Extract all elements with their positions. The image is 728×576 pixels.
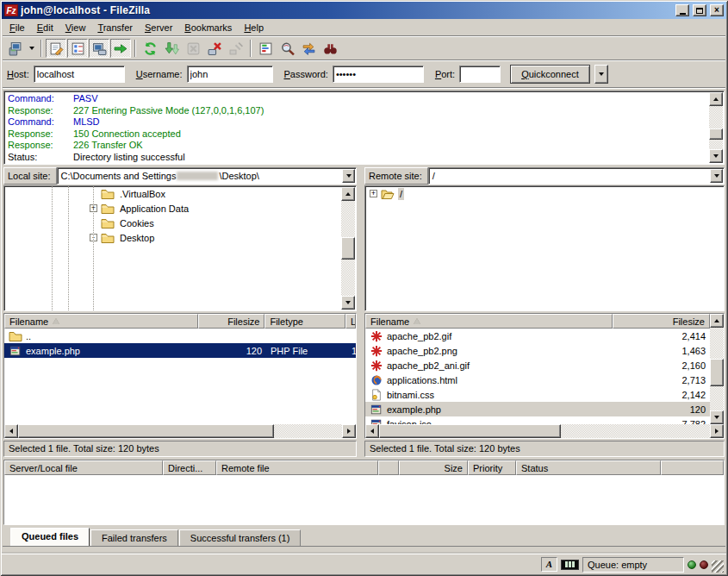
toggle-message-log-icon[interactable] bbox=[46, 39, 66, 58]
refresh-icon[interactable] bbox=[140, 39, 160, 58]
speed-limits-icon[interactable] bbox=[561, 560, 579, 570]
column-status[interactable]: Status bbox=[516, 460, 661, 475]
file-row[interactable]: favicon.ico 7,782 bbox=[365, 416, 710, 424]
scroll-up-icon[interactable] bbox=[709, 92, 723, 106]
scroll-thumb[interactable] bbox=[710, 359, 724, 387]
tree-item-cookies[interactable]: Cookies bbox=[4, 216, 356, 230]
scroll-down-icon[interactable] bbox=[710, 410, 724, 424]
column-filesize[interactable]: Filesize bbox=[198, 314, 265, 329]
password-label: Password: bbox=[284, 69, 328, 79]
scroll-thumb[interactable] bbox=[18, 424, 274, 438]
host-input[interactable] bbox=[34, 66, 125, 83]
column-priority[interactable]: Priority bbox=[468, 460, 516, 475]
reconnect-icon[interactable] bbox=[226, 39, 246, 58]
site-manager-dropdown-icon[interactable] bbox=[26, 39, 37, 58]
message-log[interactable]: Command:PASV Response:227 Entering Passi… bbox=[3, 91, 725, 165]
username-input[interactable] bbox=[187, 66, 273, 83]
file-row[interactable]: apache_pb2.png 1,463 bbox=[365, 343, 710, 358]
file-row-parent-directory[interactable]: .. bbox=[4, 329, 356, 343]
remote-list-body[interactable]: apache_pb2.gif 2,414 apache_pb2.png 1,46… bbox=[365, 329, 710, 424]
menu-bookmarks[interactable]: Bookmarks bbox=[178, 21, 238, 34]
resize-grip[interactable] bbox=[712, 560, 724, 573]
find-files-icon[interactable] bbox=[320, 39, 340, 58]
scroll-up-icon[interactable] bbox=[341, 187, 355, 201]
combo-dropdown-icon[interactable] bbox=[710, 169, 723, 183]
column-size[interactable]: Size bbox=[399, 460, 468, 475]
file-row-example-php[interactable]: example.php 120 PHP File 1 bbox=[4, 343, 356, 358]
local-tree-scrollbar[interactable] bbox=[341, 187, 355, 310]
file-row-selected[interactable]: example.php 120 bbox=[365, 402, 710, 416]
column-server-local-file[interactable]: Server/Local file bbox=[4, 460, 163, 475]
maximize-button[interactable] bbox=[693, 4, 706, 16]
tree-item-virtualbox[interactable]: .VirtualBox bbox=[4, 186, 356, 201]
queue-body[interactable] bbox=[4, 475, 724, 524]
scroll-left-icon[interactable] bbox=[4, 424, 18, 438]
scroll-up-icon[interactable] bbox=[710, 314, 724, 328]
scroll-right-icon[interactable] bbox=[342, 424, 356, 438]
password-input[interactable] bbox=[333, 66, 424, 83]
tree-item-root[interactable]: + / bbox=[365, 186, 724, 201]
scroll-left-icon[interactable] bbox=[365, 424, 379, 438]
file-name: example.php bbox=[387, 404, 441, 415]
file-row[interactable]: apache_pb2_ani.gif 2,160 bbox=[365, 358, 710, 373]
cancel-operation-icon[interactable] bbox=[183, 39, 203, 58]
close-button[interactable]: × bbox=[710, 4, 724, 16]
local-site-combobox[interactable]: C:\Documents and Settings\Desktop\ bbox=[57, 167, 357, 185]
scroll-down-icon[interactable] bbox=[709, 149, 723, 163]
column-last-modified[interactable]: L bbox=[345, 314, 356, 329]
log-prefix: Response: bbox=[8, 140, 73, 152]
menu-file[interactable]: File bbox=[3, 21, 31, 34]
tab-queued-files[interactable]: Queued files bbox=[10, 528, 90, 546]
filezilla-app-icon[interactable]: Fz bbox=[4, 4, 18, 16]
data-type-indicator-icon[interactable]: A bbox=[541, 557, 557, 572]
scroll-thumb[interactable] bbox=[379, 424, 561, 438]
file-row[interactable]: apache_pb2.gif 2,414 bbox=[365, 329, 710, 343]
column-blank[interactable] bbox=[378, 460, 399, 475]
column-filename[interactable]: Filename bbox=[365, 314, 613, 329]
column-filetype[interactable]: Filetype bbox=[264, 314, 345, 329]
scroll-thumb[interactable] bbox=[709, 128, 723, 140]
menu-server[interactable]: Server bbox=[139, 21, 178, 34]
scroll-thumb[interactable] bbox=[341, 237, 355, 260]
menu-transfer[interactable]: Transfer bbox=[91, 21, 139, 34]
tree-item-desktop[interactable]: - Desktop bbox=[4, 230, 356, 245]
directory-listing-filters-icon[interactable] bbox=[255, 39, 276, 58]
local-list-body[interactable]: .. example.php 120 PHP File 1 bbox=[4, 329, 356, 424]
combo-dropdown-icon[interactable] bbox=[342, 169, 355, 183]
remote-directory-tree[interactable]: + / bbox=[364, 185, 725, 311]
port-input[interactable] bbox=[459, 66, 501, 83]
menu-help[interactable]: Help bbox=[238, 21, 270, 34]
column-blank-end[interactable] bbox=[661, 460, 724, 475]
minimize-button[interactable] bbox=[675, 4, 689, 16]
local-horizontal-scrollbar[interactable] bbox=[4, 424, 356, 438]
tab-failed-transfers[interactable]: Failed transfers bbox=[90, 529, 178, 546]
scroll-right-icon[interactable] bbox=[710, 424, 724, 438]
synchronized-browsing-icon[interactable] bbox=[298, 39, 319, 58]
file-row[interactable]: bitnami.css 2,142 bbox=[365, 387, 710, 402]
expand-icon[interactable]: + bbox=[370, 190, 377, 197]
disconnect-icon[interactable] bbox=[204, 39, 225, 58]
directory-comparison-icon[interactable] bbox=[277, 39, 297, 58]
quickconnect-button[interactable]: Quickconnect bbox=[510, 65, 590, 84]
remote-vertical-scrollbar[interactable] bbox=[710, 314, 724, 424]
log-scrollbar[interactable] bbox=[709, 92, 723, 163]
column-direction[interactable]: Directi... bbox=[163, 460, 216, 475]
tree-item-application-data[interactable]: + Application Data bbox=[4, 201, 356, 216]
remote-horizontal-scrollbar[interactable] bbox=[365, 424, 724, 438]
column-remote-file[interactable]: Remote file bbox=[216, 460, 378, 475]
toggle-directory-listing-icon[interactable] bbox=[89, 39, 109, 58]
remote-site-combobox[interactable]: / bbox=[428, 167, 725, 185]
local-directory-tree[interactable]: .VirtualBox + Application Data Cookies -… bbox=[3, 185, 357, 311]
toggle-transfer-queue-icon[interactable] bbox=[110, 39, 131, 58]
site-manager-icon[interactable] bbox=[4, 39, 25, 58]
menu-edit[interactable]: Edit bbox=[31, 21, 59, 34]
process-queue-icon[interactable] bbox=[161, 39, 182, 58]
file-row[interactable]: applications.html 2,713 bbox=[365, 373, 710, 387]
column-filename[interactable]: Filename bbox=[4, 314, 198, 329]
menu-view[interactable]: View bbox=[59, 21, 92, 34]
scroll-down-icon[interactable] bbox=[341, 296, 355, 310]
toggle-directory-trees-icon[interactable] bbox=[67, 39, 88, 58]
quickconnect-dropdown-icon[interactable] bbox=[594, 65, 608, 84]
column-filesize[interactable]: Filesize bbox=[613, 314, 710, 329]
tab-successful-transfers[interactable]: Successful transfers (1) bbox=[179, 529, 302, 546]
